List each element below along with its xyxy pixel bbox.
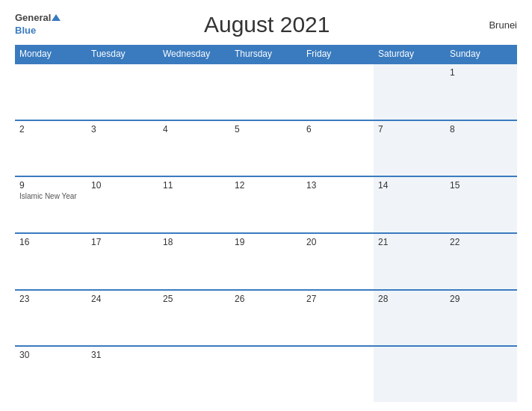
day-number: 5 bbox=[235, 124, 297, 135]
cal-cell-5-4: 26 bbox=[230, 291, 302, 346]
cal-cell-4-6: 21 bbox=[374, 234, 445, 289]
day-number: 16 bbox=[19, 237, 82, 247]
cal-cell-5-5: 27 bbox=[302, 291, 374, 346]
country-label: Brunei bbox=[472, 19, 517, 31]
cal-cell-1-3 bbox=[158, 64, 230, 120]
day-number: 7 bbox=[378, 124, 441, 135]
cal-cell-2-6: 7 bbox=[374, 121, 445, 176]
day-number: 10 bbox=[91, 180, 154, 191]
day-number: 22 bbox=[450, 237, 513, 247]
day-number: 9 bbox=[19, 180, 82, 191]
cal-cell-5-3: 25 bbox=[158, 291, 230, 346]
day-number: 15 bbox=[450, 180, 513, 191]
cal-cell-2-7: 8 bbox=[445, 121, 517, 176]
cal-cell-6-6 bbox=[374, 347, 445, 402]
cal-cell-2-2: 3 bbox=[87, 121, 158, 176]
calendar-week-3: 9Islamic New Year101112131415 bbox=[15, 176, 517, 232]
logo-triangle-icon bbox=[52, 14, 61, 21]
day-number: 13 bbox=[306, 180, 369, 191]
header: General Blue August 2021 Brunei bbox=[15, 12, 517, 37]
cal-cell-3-5: 13 bbox=[302, 177, 374, 232]
day-number: 30 bbox=[19, 350, 82, 360]
day-number: 1 bbox=[450, 67, 513, 78]
cal-cell-5-7: 29 bbox=[445, 291, 517, 346]
day-event: Islamic New Year bbox=[19, 192, 82, 200]
day-number: 25 bbox=[163, 294, 226, 304]
cal-cell-6-1: 30 bbox=[15, 347, 87, 402]
cal-cell-2-1: 2 bbox=[15, 121, 87, 176]
day-number: 31 bbox=[91, 350, 154, 360]
day-number: 26 bbox=[235, 294, 297, 304]
day-number: 6 bbox=[306, 124, 369, 135]
calendar-week-1: 1 bbox=[15, 63, 517, 120]
header-tuesday: Tuesday bbox=[87, 45, 158, 63]
cal-cell-4-3: 18 bbox=[158, 234, 230, 289]
day-number: 12 bbox=[235, 180, 297, 191]
header-wednesday: Wednesday bbox=[158, 45, 230, 63]
day-number: 18 bbox=[163, 237, 226, 247]
calendar-week-2: 2345678 bbox=[15, 120, 517, 176]
header-friday: Friday bbox=[302, 45, 374, 63]
day-number: 28 bbox=[378, 294, 441, 304]
header-monday: Monday bbox=[15, 45, 87, 63]
cal-cell-4-4: 19 bbox=[230, 234, 302, 289]
header-saturday: Saturday bbox=[374, 45, 445, 63]
day-number: 4 bbox=[163, 124, 226, 135]
day-number: 20 bbox=[306, 237, 369, 247]
cal-cell-1-4 bbox=[230, 64, 302, 120]
cal-cell-5-2: 24 bbox=[87, 291, 158, 346]
cal-cell-1-7: 1 bbox=[445, 64, 517, 120]
cal-cell-1-6 bbox=[374, 64, 445, 120]
cal-cell-4-1: 16 bbox=[15, 234, 87, 289]
header-thursday: Thursday bbox=[230, 45, 302, 63]
cal-cell-4-2: 17 bbox=[87, 234, 158, 289]
cal-cell-1-1 bbox=[15, 64, 87, 120]
cal-cell-1-2 bbox=[87, 64, 158, 120]
day-number: 14 bbox=[378, 180, 441, 191]
cal-cell-2-5: 6 bbox=[302, 121, 374, 176]
cal-cell-3-1: 9Islamic New Year bbox=[15, 177, 87, 232]
cal-cell-3-7: 15 bbox=[445, 177, 517, 232]
cal-cell-3-2: 10 bbox=[87, 177, 158, 232]
calendar-week-6: 3031 bbox=[15, 345, 517, 402]
cal-cell-1-5 bbox=[302, 64, 374, 120]
calendar: Monday Tuesday Wednesday Thursday Friday… bbox=[15, 45, 517, 402]
cal-cell-2-3: 4 bbox=[158, 121, 230, 176]
day-number: 24 bbox=[91, 294, 154, 304]
logo: General Blue bbox=[15, 13, 61, 37]
day-number: 3 bbox=[91, 124, 154, 135]
cal-cell-2-4: 5 bbox=[230, 121, 302, 176]
day-number: 29 bbox=[450, 294, 513, 304]
cal-cell-6-2: 31 bbox=[87, 347, 158, 402]
cal-cell-6-7 bbox=[445, 347, 517, 402]
calendar-body: 123456789Islamic New Year101112131415161… bbox=[15, 63, 517, 402]
cal-cell-3-4: 12 bbox=[230, 177, 302, 232]
day-number: 8 bbox=[450, 124, 513, 135]
calendar-week-5: 23242526272829 bbox=[15, 289, 517, 346]
cal-cell-6-5 bbox=[302, 347, 374, 402]
day-number: 23 bbox=[19, 294, 82, 304]
header-sunday: Sunday bbox=[445, 45, 517, 63]
calendar-header: Monday Tuesday Wednesday Thursday Friday… bbox=[15, 45, 517, 63]
cal-cell-5-1: 23 bbox=[15, 291, 87, 346]
cal-cell-3-6: 14 bbox=[374, 177, 445, 232]
cal-cell-4-7: 22 bbox=[445, 234, 517, 289]
day-number: 27 bbox=[306, 294, 369, 304]
cal-cell-4-5: 20 bbox=[302, 234, 374, 289]
page: General Blue August 2021 Brunei Monday T… bbox=[0, 0, 532, 411]
cal-cell-6-4 bbox=[230, 347, 302, 402]
day-number: 2 bbox=[19, 124, 82, 135]
cal-cell-6-3 bbox=[158, 347, 230, 402]
calendar-title: August 2021 bbox=[61, 12, 472, 37]
day-number: 21 bbox=[378, 237, 441, 247]
logo-blue-text: Blue bbox=[15, 25, 36, 36]
cal-cell-5-6: 28 bbox=[374, 291, 445, 346]
day-number: 11 bbox=[163, 180, 226, 191]
day-number: 17 bbox=[91, 237, 154, 247]
day-number: 19 bbox=[235, 237, 297, 247]
calendar-week-4: 16171819202122 bbox=[15, 232, 517, 289]
logo-general-text: General bbox=[15, 13, 51, 23]
cal-cell-3-3: 11 bbox=[158, 177, 230, 232]
